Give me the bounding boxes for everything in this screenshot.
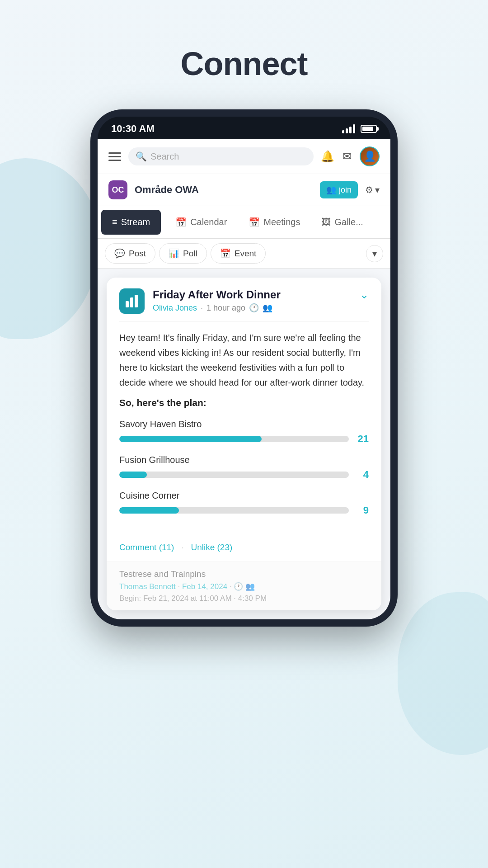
poll-bar-fill-1 [119, 436, 262, 442]
next-post-preview: Testrese and Trainpins Thomas Bennett · … [107, 561, 381, 610]
next-post-title: Testrese and Trainpins [119, 569, 369, 579]
gallery-icon: 🖼 [322, 217, 331, 227]
poll-option-2-label: Fusion Grillhouse [119, 455, 369, 465]
post-icon: 💬 [114, 248, 125, 259]
poll-bar-bg-2 [119, 472, 349, 478]
header-icons: 🔔 ✉ 👤 [321, 146, 380, 166]
clock-small-icon: · 🕐 [230, 582, 243, 591]
poll-option-3-label: Cuisine Corner [119, 491, 369, 501]
next-post-meta: Thomas Bennett · Feb 14, 2024 · 🕐 👥 [119, 582, 369, 591]
poll-bar-row-3: 9 [119, 505, 369, 516]
poll-count-3: 9 [354, 505, 369, 516]
hamburger-icon[interactable] [108, 152, 121, 161]
post-meta: Friday After Work Dinner Olivia Jones · … [153, 288, 348, 313]
next-post-event-begin: Begin: Feb 21, 2024 at 11:00 AM · 4:30 P… [119, 594, 369, 603]
bell-icon[interactable]: 🔔 [321, 150, 334, 163]
user-avatar[interactable]: 👤 [360, 146, 380, 166]
poll-bar-row-1: 21 [119, 433, 369, 445]
phone-outer: 10:30 AM 🔍 [90, 109, 398, 627]
poll-count-2: 4 [354, 469, 369, 481]
event-icon: 📅 [220, 248, 231, 259]
next-post-date: Feb 14, 2024 [182, 582, 227, 591]
poll-bar-bg-3 [119, 507, 349, 514]
search-icon: 🔍 [136, 151, 147, 162]
post-icons: 🕐 👥 [249, 303, 272, 313]
poll-count-1: 21 [354, 433, 369, 445]
post-button[interactable]: 💬 Post [105, 243, 155, 264]
svg-rect-2 [135, 295, 138, 307]
search-bar[interactable]: 🔍 Search [128, 147, 314, 165]
group-small-icon: 👥 [245, 582, 255, 591]
tab-meetings[interactable]: 📅 Meetings [238, 210, 311, 235]
post-body: Hey team! It's finally Friday, and I'm s… [107, 321, 381, 535]
community-logo: OC [108, 180, 127, 199]
separator-dot: · [201, 303, 203, 313]
poll-bar-bg-1 [119, 436, 349, 442]
group-icon: 👥 [263, 303, 272, 313]
post-body-text: Hey team! It's finally Friday, and I'm s… [119, 330, 369, 390]
svg-rect-1 [130, 297, 133, 307]
page-title: Connect [181, 45, 308, 82]
post-time: 1 hour ago [206, 303, 245, 313]
unlike-button[interactable]: Unlike (23) [191, 542, 232, 552]
svg-rect-0 [126, 301, 129, 307]
poll-option-2[interactable]: Fusion Grillhouse 4 [119, 455, 369, 481]
tab-stream[interactable]: ≡ Stream [101, 210, 161, 235]
mail-icon[interactable]: ✉ [343, 150, 352, 163]
search-placeholder-text: Search [150, 151, 179, 162]
poll-option-1-label: Savory Haven Bistro [119, 419, 369, 429]
phone-screen: 🔍 Search 🔔 ✉ 👤 OC [98, 139, 390, 619]
signal-icon [342, 124, 355, 133]
post-card: Friday After Work Dinner Olivia Jones · … [107, 278, 381, 610]
more-button[interactable]: ▾ [366, 245, 383, 262]
poll-icon: 📊 [169, 248, 179, 259]
chart-icon [124, 293, 140, 309]
poll-option-3[interactable]: Cuisine Corner 9 [119, 491, 369, 516]
post-card-header: Friday After Work Dinner Olivia Jones · … [107, 278, 381, 321]
poll-bar-fill-3 [119, 507, 179, 514]
next-post-author: Thomas Bennett [119, 582, 176, 591]
poll-button[interactable]: 📊 Poll [159, 243, 207, 264]
comment-button[interactable]: Comment (11) [119, 542, 174, 552]
poll-option-1[interactable]: Savory Haven Bistro 21 [119, 419, 369, 445]
status-time: 10:30 AM [111, 123, 155, 135]
tab-gallery[interactable]: 🖼 Galle... [311, 210, 374, 235]
action-row: 💬 Post 📊 Poll 📅 Event ▾ [98, 239, 390, 269]
calendar-icon: 📅 [175, 217, 187, 228]
community-bar: OC Område OWA 👥 join ⚙ ▾ [98, 174, 390, 206]
join-icon: 👥 [326, 185, 336, 195]
status-right-icons [342, 124, 377, 133]
gear-icon: ⚙ [365, 184, 373, 195]
clock-icon: 🕐 [249, 303, 259, 313]
expand-icon[interactable]: ⌄ [360, 288, 369, 301]
community-name: Område OWA [135, 184, 313, 196]
meetings-icon: 📅 [249, 217, 260, 228]
post-footer: Comment (11) · Unlike (23) [107, 535, 381, 561]
app-header: 🔍 Search 🔔 ✉ 👤 [98, 139, 390, 174]
battery-icon [361, 125, 377, 133]
event-button[interactable]: 📅 Event [211, 243, 266, 264]
poll-bar-row-2: 4 [119, 469, 369, 481]
footer-sep: · [181, 543, 183, 552]
chevron-down-icon: ▾ [372, 248, 377, 259]
stream-icon: ≡ [112, 217, 117, 227]
post-title: Friday After Work Dinner [153, 288, 348, 301]
post-avatar [119, 288, 145, 314]
post-author-line: Olivia Jones · 1 hour ago 🕐 👥 [153, 303, 348, 313]
post-author[interactable]: Olivia Jones [153, 303, 197, 313]
post-plan-label: So, here's the plan: [119, 397, 369, 408]
tab-calendar[interactable]: 📅 Calendar [164, 210, 238, 235]
join-button[interactable]: 👥 join [320, 181, 358, 198]
poll-bar-fill-2 [119, 472, 147, 478]
nav-tabs: ≡ Stream 📅 Calendar 📅 Meetings 🖼 Galle..… [98, 206, 390, 239]
status-bar: 10:30 AM [98, 117, 390, 139]
phone-mockup: 10:30 AM 🔍 [90, 109, 398, 627]
settings-button[interactable]: ⚙ ▾ [365, 184, 380, 195]
chevron-down-icon: ▾ [375, 184, 380, 195]
